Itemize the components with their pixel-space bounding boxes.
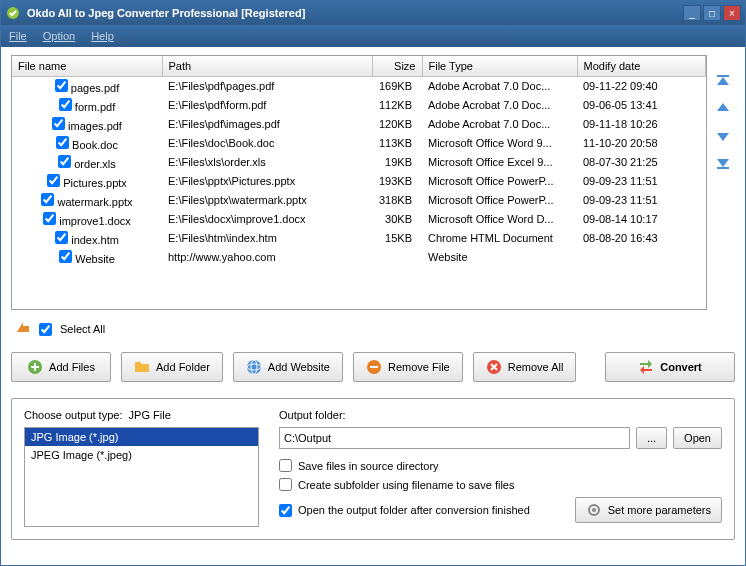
cell-date: 09-06-05 13:41 (577, 96, 706, 115)
cell-size: 120KB (372, 115, 422, 134)
output-type-item[interactable]: JPEG Image (*.jpeg) (25, 446, 258, 464)
row-checkbox[interactable] (59, 98, 72, 111)
col-filetype[interactable]: File Type (422, 56, 577, 76)
row-checkbox[interactable] (58, 155, 71, 168)
row-checkbox[interactable] (56, 136, 69, 149)
cell-path: E:\Files\pptx\watermark.pptx (162, 191, 372, 210)
row-checkbox[interactable] (55, 231, 68, 244)
table-row[interactable]: images.pdf E:\Files\pdf\images.pdf 120KB… (12, 115, 706, 134)
browse-button[interactable]: ... (636, 427, 667, 449)
maximize-button[interactable]: □ (703, 5, 721, 21)
output-type-item[interactable]: JPG Image (*.jpg) (25, 428, 258, 446)
table-row[interactable]: watermark.pptx E:\Files\pptx\watermark.p… (12, 191, 706, 210)
cell-date: 08-08-20 16:43 (577, 229, 706, 248)
convert-icon (638, 359, 654, 375)
table-row[interactable]: Pictures.pptx E:\Files\pptx\Pictures.ppt… (12, 172, 706, 191)
set-more-parameters-button[interactable]: Set more parameters (575, 497, 722, 523)
remove-file-icon (366, 359, 382, 375)
cell-type: Adobe Acrobat 7.0 Doc... (422, 76, 577, 96)
cell-size: 318KB (372, 191, 422, 210)
move-down-icon[interactable] (715, 127, 731, 143)
minimize-button[interactable]: _ (683, 5, 701, 21)
output-type-value: JPG File (129, 409, 171, 421)
svg-point-11 (592, 508, 596, 512)
remove-file-button[interactable]: Remove File (353, 352, 463, 382)
move-top-icon[interactable] (715, 75, 731, 91)
close-button[interactable]: × (723, 5, 741, 21)
create-subfolder-checkbox[interactable] (279, 478, 292, 491)
table-row[interactable]: Website http://www.yahoo.com Website (12, 248, 706, 267)
cell-date: 08-07-30 21:25 (577, 153, 706, 172)
col-size[interactable]: Size (372, 56, 422, 76)
gear-icon (586, 502, 602, 518)
add-folder-button[interactable]: Add Folder (121, 352, 223, 382)
convert-button[interactable]: Convert (605, 352, 735, 382)
cell-size: 113KB (372, 134, 422, 153)
cell-type: Microsoft Office PowerP... (422, 191, 577, 210)
output-folder-input[interactable] (279, 427, 630, 449)
table-row[interactable]: index.htm E:\Files\htm\index.htm 15KB Ch… (12, 229, 706, 248)
cell-date: 09-09-23 11:51 (577, 172, 706, 191)
cell-date: 11-10-20 20:58 (577, 134, 706, 153)
cell-path: E:\Files\pdf\pages.pdf (162, 76, 372, 96)
remove-all-button[interactable]: Remove All (473, 352, 577, 382)
remove-all-icon (486, 359, 502, 375)
cell-date: 09-11-18 10:26 (577, 115, 706, 134)
app-icon (5, 5, 21, 21)
more-params-label: Set more parameters (608, 504, 711, 516)
cell-date: 09-09-23 11:51 (577, 191, 706, 210)
add-website-button[interactable]: Add Website (233, 352, 343, 382)
output-type-list[interactable]: JPG Image (*.jpg)JPEG Image (*.jpeg) (24, 427, 259, 527)
open-after-checkbox[interactable] (279, 504, 292, 517)
output-folder-panel: Output folder: ... Open Save files in so… (279, 409, 722, 527)
output-type-label: Choose output type: JPG File (24, 409, 259, 421)
menu-file[interactable]: File (9, 30, 27, 42)
col-filename[interactable]: File name (12, 56, 162, 76)
table-row[interactable]: form.pdf E:\Files\pdf\form.pdf 112KB Ado… (12, 96, 706, 115)
table-row[interactable]: pages.pdf E:\Files\pdf\pages.pdf 169KB A… (12, 76, 706, 96)
file-grid[interactable]: File name Path Size File Type Modify dat… (12, 56, 706, 309)
cell-path: E:\Files\docx\improve1.docx (162, 210, 372, 229)
row-checkbox[interactable] (41, 193, 54, 206)
svg-rect-1 (717, 75, 729, 77)
output-folder-label: Output folder: (279, 409, 722, 421)
table-row[interactable]: improve1.docx E:\Files\docx\improve1.doc… (12, 210, 706, 229)
cell-date: 09-08-14 10:17 (577, 210, 706, 229)
save-source-label: Save files in source directory (298, 460, 439, 472)
row-checkbox[interactable] (55, 79, 68, 92)
menu-help[interactable]: Help (91, 30, 114, 42)
save-source-row: Save files in source directory (279, 459, 722, 472)
convert-label: Convert (660, 361, 702, 373)
action-buttons: Add Files Add Folder Add Website Remove … (11, 348, 735, 390)
cell-type: Adobe Acrobat 7.0 Doc... (422, 96, 577, 115)
table-row[interactable]: order.xls E:\Files\xls\order.xls 19KB Mi… (12, 153, 706, 172)
select-all-label: Select All (60, 323, 105, 335)
select-all-checkbox[interactable] (39, 323, 52, 336)
row-checkbox[interactable] (47, 174, 60, 187)
output-type-panel: Choose output type: JPG File JPG Image (… (24, 409, 259, 527)
output-folder-row: ... Open (279, 427, 722, 449)
cell-type: Website (422, 248, 577, 267)
cell-path: E:\Files\doc\Book.doc (162, 134, 372, 153)
save-source-checkbox[interactable] (279, 459, 292, 472)
cell-type: Microsoft Office Word D... (422, 210, 577, 229)
open-folder-button[interactable]: Open (673, 427, 722, 449)
menu-option[interactable]: Option (43, 30, 75, 42)
row-checkbox[interactable] (52, 117, 65, 130)
cell-type: Chrome HTML Document (422, 229, 577, 248)
cell-size: 193KB (372, 172, 422, 191)
move-up-icon[interactable] (715, 101, 731, 117)
col-modify[interactable]: Modify date (577, 56, 706, 76)
cell-path: http://www.yahoo.com (162, 248, 372, 267)
move-bottom-icon[interactable] (715, 153, 731, 169)
row-checkbox[interactable] (59, 250, 72, 263)
col-path[interactable]: Path (162, 56, 372, 76)
up-arrow-icon (15, 320, 31, 338)
cell-type: Microsoft Office Word 9... (422, 134, 577, 153)
cell-path: E:\Files\pptx\Pictures.pptx (162, 172, 372, 191)
row-checkbox[interactable] (43, 212, 56, 225)
add-files-button[interactable]: Add Files (11, 352, 111, 382)
reorder-buttons (711, 55, 735, 310)
table-row[interactable]: Book.doc E:\Files\doc\Book.doc 113KB Mic… (12, 134, 706, 153)
add-files-label: Add Files (49, 361, 95, 373)
